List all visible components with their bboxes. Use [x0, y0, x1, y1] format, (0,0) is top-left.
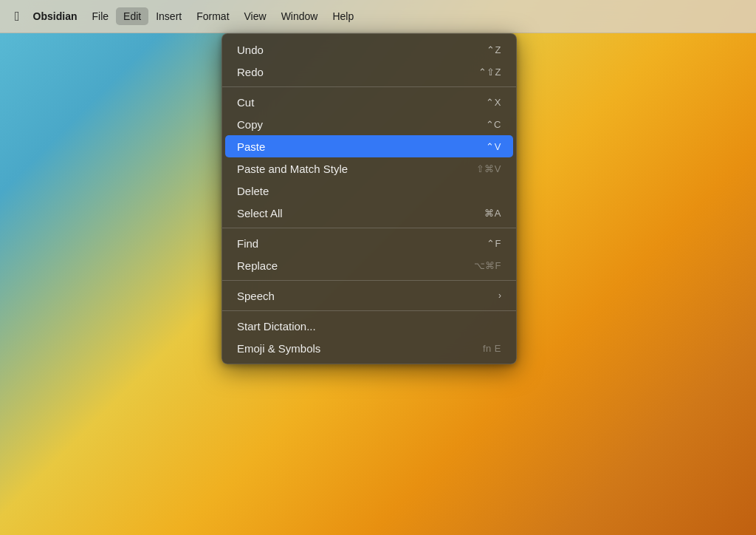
find-shortcut: ⌃F — [487, 238, 501, 249]
find-label: Find — [237, 237, 258, 250]
replace-menu-item[interactable]: Replace ⌥⌘F — [225, 254, 513, 276]
select-all-label: Select All — [237, 207, 283, 219]
replace-label: Replace — [237, 259, 278, 272]
emoji-symbols-shortcut: fn E — [483, 343, 501, 354]
redo-label: Redo — [237, 66, 264, 78]
separator-2 — [222, 228, 516, 228]
select-all-menu-item[interactable]: Select All ⌘A — [225, 202, 513, 224]
separator-3 — [222, 280, 516, 281]
speech-label: Speech — [237, 290, 275, 302]
delete-label: Delete — [237, 185, 269, 197]
copy-label: Copy — [237, 118, 263, 131]
cut-shortcut: ⌃X — [486, 97, 501, 108]
separator-1 — [222, 86, 516, 87]
separator-4 — [222, 310, 516, 311]
copy-shortcut: ⌃C — [486, 119, 501, 130]
view-menu-item[interactable]: View — [237, 7, 274, 25]
find-menu-item[interactable]: Find ⌃F — [225, 232, 513, 254]
cut-label: Cut — [237, 96, 254, 109]
paste-label: Paste — [237, 140, 265, 153]
paste-match-style-label: Paste and Match Style — [237, 163, 348, 175]
file-menu-item[interactable]: File — [84, 7, 116, 25]
start-dictation-menu-item[interactable]: Start Dictation... — [225, 315, 513, 337]
replace-shortcut: ⌥⌘F — [474, 260, 501, 271]
undo-label: Undo — [237, 44, 264, 56]
redo-shortcut: ⌃⇧Z — [478, 67, 501, 78]
redo-menu-item[interactable]: Redo ⌃⇧Z — [225, 61, 513, 83]
help-menu-item[interactable]: Help — [325, 7, 361, 25]
insert-menu-item[interactable]: Insert — [148, 7, 189, 25]
paste-match-style-menu-item[interactable]: Paste and Match Style ⇧⌘V — [225, 157, 513, 180]
start-dictation-label: Start Dictation... — [237, 320, 316, 333]
edit-dropdown-menu: Undo ⌃Z Redo ⌃⇧Z Cut ⌃X Copy ⌃C Paste ⌃V… — [221, 33, 517, 364]
edit-menu-item[interactable]: Edit — [116, 7, 148, 25]
emoji-symbols-menu-item[interactable]: Emoji & Symbols fn E — [225, 337, 513, 359]
speech-submenu-arrow: › — [498, 290, 501, 301]
undo-shortcut: ⌃Z — [487, 44, 501, 55]
emoji-symbols-label: Emoji & Symbols — [237, 342, 320, 355]
cut-menu-item[interactable]: Cut ⌃X — [225, 91, 513, 113]
paste-shortcut: ⌃V — [486, 141, 501, 152]
select-all-shortcut: ⌘A — [484, 208, 501, 219]
apple-menu-item[interactable]:  — [9, 6, 26, 27]
format-menu-item[interactable]: Format — [189, 7, 236, 25]
app-name-menu-item[interactable]: Obsidian — [26, 7, 85, 25]
paste-menu-item[interactable]: Paste ⌃V — [225, 135, 513, 157]
delete-menu-item[interactable]: Delete — [225, 180, 513, 202]
copy-menu-item[interactable]: Copy ⌃C — [225, 113, 513, 135]
menu-bar:  Obsidian File Edit Insert Format View … — [0, 0, 756, 33]
paste-match-style-shortcut: ⇧⌘V — [476, 163, 501, 174]
window-menu-item[interactable]: Window — [274, 7, 326, 25]
undo-menu-item[interactable]: Undo ⌃Z — [225, 38, 513, 61]
speech-menu-item[interactable]: Speech › — [225, 284, 513, 307]
